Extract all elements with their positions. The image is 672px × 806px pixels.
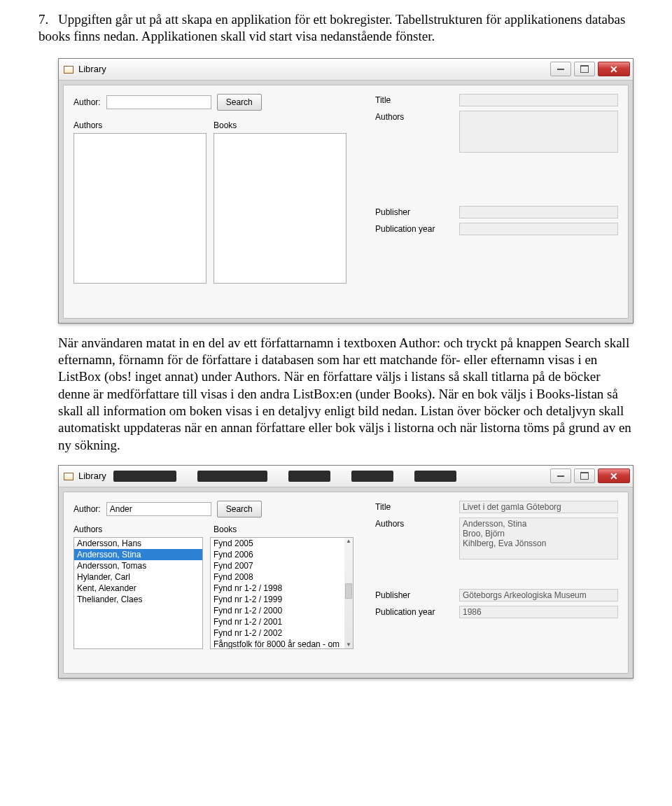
maximize-button[interactable] bbox=[574, 62, 595, 76]
list-item[interactable]: Fynd nr 1-2 / 1998 bbox=[211, 583, 344, 594]
scroll-up-icon[interactable]: ▲ bbox=[346, 538, 351, 545]
detail-title-value bbox=[459, 94, 618, 106]
title-bar: Library ✕ bbox=[59, 59, 633, 81]
list-item[interactable]: Fynd 2008 bbox=[211, 571, 344, 583]
detail-year-value bbox=[459, 223, 618, 235]
detail-author-line: Broo, Björn bbox=[463, 529, 615, 539]
search-button[interactable]: Search bbox=[217, 94, 262, 111]
app-icon bbox=[63, 64, 74, 75]
books-listbox[interactable] bbox=[214, 133, 346, 284]
detail-year-label: Publication year bbox=[375, 223, 459, 234]
author-label: Author: bbox=[74, 504, 101, 514]
minimize-button[interactable] bbox=[550, 468, 571, 483]
list-item[interactable]: Fynd 2007 bbox=[211, 560, 344, 571]
redacted-text bbox=[113, 471, 176, 482]
authors-list-label: Authors bbox=[74, 524, 214, 534]
list-item[interactable]: Fynd nr 1-2 / 2002 bbox=[211, 627, 344, 639]
detail-title-value: Livet i det gamla Göteborg bbox=[459, 501, 618, 513]
books-list-label: Books bbox=[214, 120, 237, 130]
close-button[interactable]: ✕ bbox=[598, 62, 630, 76]
books-list-label: Books bbox=[214, 524, 237, 534]
detail-publisher-value: Göteborgs Arkeologiska Museum bbox=[459, 589, 618, 602]
detail-publisher-label: Publisher bbox=[375, 206, 459, 217]
detail-author-line: Andersson, Stina bbox=[463, 519, 615, 529]
detail-year-label: Publication year bbox=[375, 606, 459, 617]
app-icon bbox=[63, 471, 74, 482]
author-input[interactable] bbox=[106, 95, 211, 109]
redacted-text bbox=[414, 471, 456, 482]
list-item[interactable]: Theliander, Claes bbox=[74, 594, 202, 605]
list-item[interactable]: Fynd 2005 bbox=[211, 538, 344, 549]
close-button[interactable]: ✕ bbox=[598, 468, 630, 483]
authors-listbox[interactable] bbox=[74, 133, 206, 284]
list-item[interactable]: Fynd nr 1-2 / 2001 bbox=[211, 616, 344, 627]
detail-authors-label: Authors bbox=[375, 517, 459, 529]
library-window-empty: Library ✕ Author: Search Authors bbox=[58, 58, 634, 324]
title-bar: Library ✕ bbox=[59, 466, 633, 487]
detail-author-line: Kihlberg, Eva Jönsson bbox=[463, 539, 615, 548]
list-item[interactable]: Fynd 2006 bbox=[211, 549, 344, 560]
authors-listbox[interactable]: Andersson, HansAndersson, StinaAndersson… bbox=[74, 537, 203, 649]
redacted-text bbox=[197, 471, 267, 482]
list-item[interactable]: Andersson, Stina bbox=[74, 549, 202, 560]
list-item[interactable]: Fångstfolk för 8000 år sedan - om bbox=[211, 639, 344, 649]
detail-year-value: 1986 bbox=[459, 606, 618, 618]
detail-authors-label: Authors bbox=[375, 111, 459, 122]
detail-publisher-value bbox=[459, 206, 618, 218]
list-item[interactable]: Hylander, Carl bbox=[74, 571, 202, 583]
search-button[interactable]: Search bbox=[217, 501, 262, 517]
task-text: Uppgiften går ut på att skapa en applika… bbox=[38, 12, 625, 43]
detail-authors-value: Andersson, StinaBroo, BjörnKihlberg, Eva… bbox=[459, 517, 618, 560]
library-window-populated: Library ✕ Author: Search bbox=[58, 465, 634, 679]
minimize-button[interactable] bbox=[550, 62, 571, 76]
redacted-text bbox=[288, 471, 330, 482]
list-item[interactable]: Andersson, Hans bbox=[74, 538, 202, 549]
maximize-button[interactable] bbox=[574, 468, 595, 483]
detail-authors-value bbox=[459, 111, 618, 153]
scrollbar[interactable]: ▲ ▼ bbox=[344, 537, 354, 649]
list-item[interactable]: Fynd nr 1-2 / 1999 bbox=[211, 594, 344, 605]
list-item[interactable]: Fynd nr 1-2 / 2000 bbox=[211, 605, 344, 616]
detail-title-label: Title bbox=[375, 501, 459, 512]
redacted-text bbox=[351, 471, 393, 482]
scroll-down-icon[interactable]: ▼ bbox=[346, 641, 351, 648]
list-item[interactable]: Andersson, Tomas bbox=[74, 560, 202, 571]
task-number: 7. bbox=[38, 11, 58, 28]
books-listbox[interactable]: Fynd 2005Fynd 2006Fynd 2007Fynd 2008Fynd… bbox=[210, 537, 344, 649]
window-title: Library bbox=[78, 471, 106, 481]
list-item[interactable]: Kent, Alexander bbox=[74, 583, 202, 594]
task-intro: 7.Uppgiften går ut på att skapa en appli… bbox=[38, 11, 634, 46]
detail-publisher-label: Publisher bbox=[375, 589, 459, 600]
task-description: När användaren matat in en del av ett fö… bbox=[58, 335, 634, 454]
window-title: Library bbox=[78, 64, 106, 74]
detail-title-label: Title bbox=[375, 94, 459, 105]
scroll-thumb[interactable] bbox=[345, 583, 352, 599]
authors-list-label: Authors bbox=[74, 120, 214, 130]
author-input[interactable] bbox=[106, 502, 211, 516]
author-label: Author: bbox=[74, 97, 101, 107]
